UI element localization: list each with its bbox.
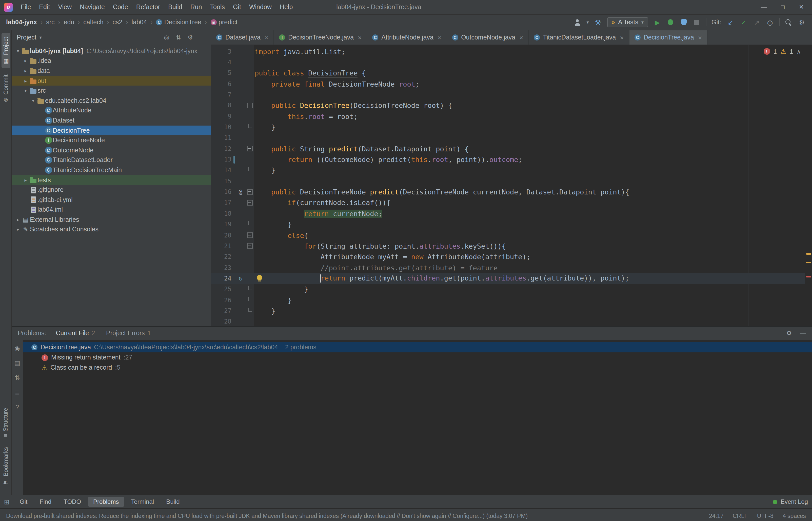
tree-item-dataset[interactable]: CDataset	[12, 115, 211, 125]
fold-collapse-icon[interactable]	[247, 200, 252, 206]
menu-code[interactable]: Code	[109, 1, 132, 13]
toolwindow-button-bookmarks[interactable]: ⚑Bookmarks	[1, 443, 10, 490]
intention-bulb-icon[interactable]	[257, 275, 262, 281]
code-line-13[interactable]: 13 return ((OutcomeNode) predict(this.ro…	[211, 154, 812, 165]
chevron-right-icon[interactable]: ▸	[15, 217, 21, 222]
status-segment-1[interactable]: CRLF	[733, 513, 748, 519]
code-line-24[interactable]: 24↻ return predict(myAtt.children.get(po…	[211, 273, 812, 284]
fold-collapse-icon[interactable]	[247, 103, 252, 108]
help-icon[interactable]: ?	[16, 404, 19, 411]
code-line-20[interactable]: 20 else{	[211, 230, 812, 241]
tab-decisiontreenode-java[interactable]: IDecisionTreeNode.java×	[274, 30, 367, 45]
toolwindow-button-todo[interactable]: TODO	[59, 497, 86, 507]
tree-item-gitlab-ci-yml[interactable]: .gitlab-ci.yml	[12, 195, 211, 205]
code-editor[interactable]: 3import java.util.List;45public class De…	[211, 45, 812, 326]
code-line-26[interactable]: 26 }	[211, 295, 812, 305]
code-line-27[interactable]: 27 }	[211, 305, 812, 316]
problems-tab-current-file[interactable]: Current File2	[51, 328, 100, 338]
toolwindow-button-problems[interactable]: Problems	[88, 497, 124, 507]
maximize-button[interactable]: □	[781, 3, 785, 10]
run-button[interactable]: ▶	[653, 18, 661, 27]
locate-file-icon[interactable]: ◎	[164, 34, 169, 41]
chevron-down-icon[interactable]: ▾	[22, 88, 29, 93]
tree-item-decisiontreenode[interactable]: IDecisionTreeNode	[12, 135, 211, 145]
status-message[interactable]: Download pre-built shared indexes: Reduc…	[6, 513, 528, 519]
close-icon[interactable]: ×	[265, 34, 268, 41]
code-line-6[interactable]: 6 private final DecisionTreeNode root;	[211, 78, 812, 89]
code-line-15[interactable]: 15	[211, 176, 812, 186]
code-line-3[interactable]: 3import java.util.List;	[211, 46, 812, 57]
problems-tab-project-errors[interactable]: Project Errors1	[102, 328, 155, 338]
code-line-22[interactable]: 22 AttributeNode myAtt = new AttributeNo…	[211, 251, 812, 262]
code-line-4[interactable]: 4	[211, 57, 812, 68]
problem-item[interactable]: ⚠Class can be a record:5	[23, 363, 812, 372]
chevron-right-icon[interactable]: ▸	[22, 78, 29, 83]
chevron-down-icon[interactable]: ▾	[40, 35, 42, 40]
minimize-button[interactable]: —	[761, 3, 767, 10]
gear-icon[interactable]: ⚙	[786, 330, 792, 337]
debug-button[interactable]	[667, 18, 675, 27]
code-line-25[interactable]: 25 }	[211, 284, 812, 295]
layout-icon[interactable]: ▤	[15, 360, 20, 367]
code-line-17[interactable]: 17 if(currentNode.isLeaf()){	[211, 198, 812, 208]
code-line-5[interactable]: 5public class DecisionTree {	[211, 68, 812, 78]
event-log-button[interactable]: Event Log	[773, 498, 808, 505]
chevron-down-icon[interactable]: ▾	[15, 49, 21, 54]
tab-outcomenode-java[interactable]: COutcomeNode.java×	[447, 30, 529, 45]
chevron-up-icon[interactable]: ∧	[796, 48, 801, 55]
tree-item-out[interactable]: ▸out	[12, 76, 211, 86]
chevron-right-icon[interactable]: ▸	[22, 68, 29, 73]
toolwindow-button-git[interactable]: Git	[15, 497, 33, 507]
fold-collapse-icon[interactable]	[247, 146, 252, 152]
chevron-down-icon[interactable]: ▾	[30, 98, 37, 103]
chevron-right-icon[interactable]: ▸	[15, 227, 21, 232]
settings-button[interactable]: ⚙	[798, 18, 806, 27]
toolwindow-button-terminal[interactable]: Terminal	[126, 497, 159, 507]
run-configuration-select[interactable]: » A Tests ▾	[607, 17, 649, 27]
code-line-28[interactable]: 28	[211, 316, 812, 326]
breadcrumb-src[interactable]: src	[46, 19, 54, 26]
close-icon[interactable]: ×	[358, 34, 362, 41]
user-account-button[interactable]	[573, 18, 581, 27]
menu-file[interactable]: File	[17, 1, 35, 13]
fold-collapse-icon[interactable]	[247, 232, 252, 238]
breadcrumb-cs2[interactable]: cs2	[113, 19, 122, 26]
code-line-14[interactable]: 14 }	[211, 165, 812, 176]
close-icon[interactable]: ×	[519, 34, 523, 41]
tree-item-idea[interactable]: ▸.idea	[12, 56, 211, 66]
breadcrumb-caltech[interactable]: caltech	[83, 19, 103, 26]
toolwindow-button-project[interactable]: ▦Project	[1, 33, 10, 68]
breadcrumb-lab04-jynx[interactable]: lab04-jynx	[6, 19, 37, 26]
tab-titanicdatasetloader-java[interactable]: CTitanicDatasetLoader.java×	[529, 30, 629, 45]
tree-item-scratches-and-consoles[interactable]: ▸✎Scratches and Consoles	[12, 225, 211, 234]
gear-icon[interactable]: ⚙	[187, 34, 193, 41]
code-line-10[interactable]: 10 }	[211, 122, 812, 133]
breadcrumb-decisiontree[interactable]: CDecisionTree	[156, 19, 201, 26]
toolwindow-button-structure[interactable]: ≡Structure	[1, 404, 9, 441]
code-line-11[interactable]: 11	[211, 133, 812, 143]
expand-collapse-icon[interactable]: ⇅	[176, 34, 181, 41]
tree-item-src[interactable]: ▾src	[12, 86, 211, 96]
toolwindow-switcher-icon[interactable]: ⊞	[4, 498, 9, 505]
close-icon[interactable]: ×	[620, 34, 624, 41]
fold-collapse-icon[interactable]	[247, 189, 252, 195]
code-line-21[interactable]: 21 for(String attribute: point.attribute…	[211, 241, 812, 251]
menu-refactor[interactable]: Refactor	[132, 1, 164, 13]
close-icon[interactable]: ×	[698, 34, 702, 41]
menu-edit[interactable]: Edit	[35, 1, 54, 13]
toolwindow-button-find[interactable]: Find	[35, 497, 57, 507]
toolwindow-button-commit[interactable]: ⊚Commit	[1, 70, 10, 106]
tab-decisiontree-java[interactable]: CDecisionTree.java×	[629, 30, 707, 45]
menu-build[interactable]: Build	[164, 1, 186, 13]
inspections-widget[interactable]: ! 1 ⚠ 1 ∧	[763, 48, 801, 55]
search-everywhere-button[interactable]	[785, 18, 793, 27]
breadcrumb-predict[interactable]: mpredict	[210, 19, 238, 26]
code-line-16[interactable]: 16@ public DecisionTreeNode predict(Deci…	[211, 186, 812, 198]
menu-window[interactable]: Window	[245, 1, 276, 13]
tree-item-lab04-jynx-lab04[interactable]: ▾lab04-jynx [lab04]C:\Users\navya\IdeaPr…	[12, 46, 211, 56]
fold-collapse-icon[interactable]	[247, 243, 252, 249]
code-line-8[interactable]: 8 public DecisionTree(DecisionTreeNode r…	[211, 100, 812, 111]
menu-git[interactable]: Git	[229, 1, 245, 13]
tree-item-tests[interactable]: ▸tests	[12, 175, 211, 185]
chevron-right-icon[interactable]: ▸	[22, 59, 29, 64]
